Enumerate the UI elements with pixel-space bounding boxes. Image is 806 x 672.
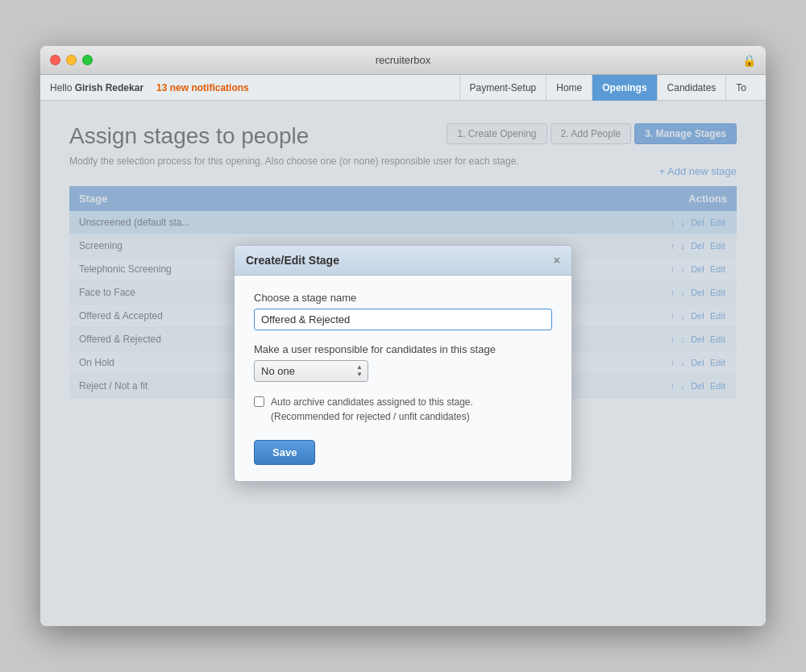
modal-title: Create/Edit Stage bbox=[246, 254, 339, 267]
responsible-user-label: Make a user responsible for candidates i… bbox=[254, 343, 552, 355]
minimize-button[interactable] bbox=[66, 55, 77, 65]
modal-body: Choose a stage name Make a user responsi… bbox=[235, 276, 571, 481]
auto-archive-checkbox[interactable] bbox=[254, 396, 264, 407]
modal-header: Create/Edit Stage × bbox=[235, 246, 571, 276]
close-button[interactable] bbox=[50, 55, 60, 65]
greeting-label: Hello Girish Redekar bbox=[50, 82, 143, 93]
main-content: Assign stages to people Modify the selec… bbox=[40, 101, 766, 626]
auto-archive-row: Auto archive candidates assigned to this… bbox=[254, 395, 552, 424]
navbar: Hello Girish Redekar 13 new notification… bbox=[40, 75, 766, 101]
save-button[interactable]: Save bbox=[254, 440, 315, 465]
window-controls bbox=[50, 55, 93, 65]
stage-name-label: Choose a stage name bbox=[254, 292, 552, 304]
app-window: recruiterbox 🔒 Hello Girish Redekar 13 n… bbox=[40, 46, 766, 626]
modal-close-button[interactable]: × bbox=[554, 254, 560, 267]
titlebar: recruiterbox 🔒 bbox=[40, 46, 766, 75]
stage-name-input[interactable] bbox=[254, 309, 552, 330]
window-title: recruiterbox bbox=[376, 54, 431, 66]
responsible-user-select-wrapper: No one ▲ ▼ bbox=[254, 360, 368, 382]
select-arrows-icon: ▲ ▼ bbox=[351, 364, 368, 379]
notifications-link[interactable]: 13 new notifications bbox=[156, 82, 249, 93]
nav-item-more[interactable]: To bbox=[725, 75, 756, 101]
nav-item-openings[interactable]: Openings bbox=[592, 75, 656, 101]
nav-item-home[interactable]: Home bbox=[546, 75, 592, 101]
nav-item-candidates[interactable]: Candidates bbox=[657, 75, 726, 101]
modal-overlay: Create/Edit Stage × Choose a stage name … bbox=[40, 101, 766, 626]
titlebar-icons: 🔒 bbox=[742, 54, 756, 67]
maximize-button[interactable] bbox=[82, 55, 93, 65]
responsible-user-select[interactable]: No one bbox=[255, 361, 351, 381]
lock-icon: 🔒 bbox=[742, 54, 756, 67]
nav-item-payment-setup[interactable]: Payment-Setup bbox=[459, 75, 546, 101]
auto-archive-label: Auto archive candidates assigned to this… bbox=[271, 395, 473, 424]
create-edit-stage-modal: Create/Edit Stage × Choose a stage name … bbox=[234, 245, 572, 482]
